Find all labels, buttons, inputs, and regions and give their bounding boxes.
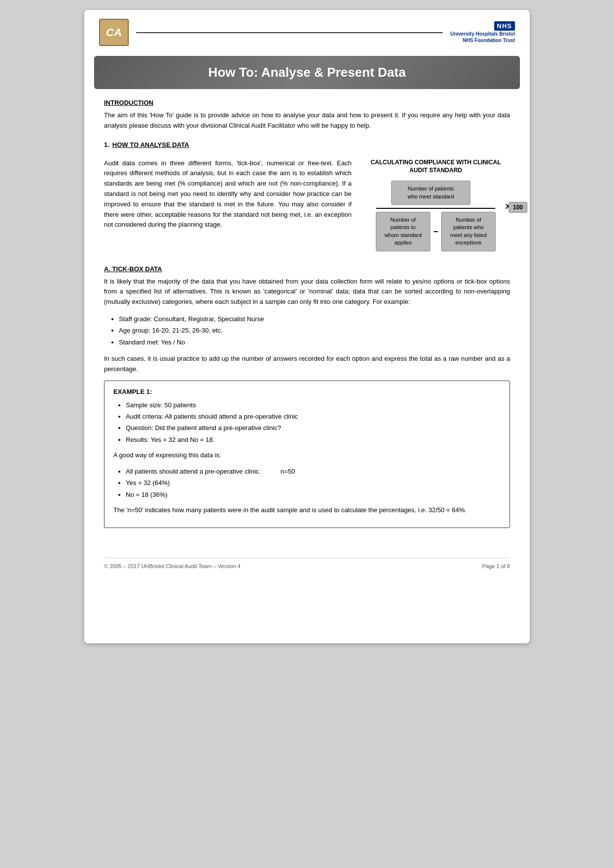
example1-footnote: The 'n=50' indicates how many patients w…: [113, 505, 501, 516]
list-item: Staff grade: Consultant, Registrar, Spec…: [119, 313, 510, 325]
page-title: How To: Analyse & Present Data: [109, 65, 505, 80]
list-item: Results: Yes = 32 and No = 18.: [126, 434, 501, 445]
example1-intro: A good way of expressing this data is:: [113, 450, 501, 461]
list-item: Age group: 16-20, 21-25, 26-30, etc.: [119, 325, 510, 336]
list-item: All patients should attend a pre-operati…: [126, 466, 501, 477]
diagram-title: CALCULATING COMPLIANCE WITH CLINICAL AUD…: [361, 158, 510, 175]
two-column-layout: Audit data comes in three different form…: [104, 158, 510, 255]
nhs-badge: NHS: [494, 21, 515, 31]
list-item: Question: Did the patient attend a pre-o…: [126, 422, 501, 434]
diagram-wrapper: Number of patients who meet standard X 1…: [376, 181, 495, 255]
denom-left-box: Number of patients to whom standard appl…: [376, 212, 430, 251]
result-item-0: All patients should attend a pre-operati…: [126, 466, 501, 477]
minus-sign: –: [433, 226, 438, 237]
list-item: Yes = 32 (64%): [126, 477, 501, 488]
intro-section: INTRODUCTION The aim of this 'How To' gu…: [104, 99, 510, 131]
section-a-heading: A. TICK-BOX DATA: [104, 265, 510, 273]
page: CA NHS University Hospitals Bristol NHS …: [84, 10, 530, 643]
result-text-0: All patients should attend a pre-operati…: [126, 466, 260, 477]
title-bar: How To: Analyse & Present Data: [94, 56, 520, 89]
hundred-box: 100: [509, 202, 527, 213]
divider-row: X 100: [376, 207, 495, 210]
section1-heading: HOW TO ANALYSE DATA: [112, 141, 189, 148]
footer-page: Page 1 of 8: [482, 563, 510, 569]
diagram-numerator: Number of patients who meet standard: [396, 181, 475, 205]
list-item: Standard met: Yes / No: [119, 337, 510, 348]
ca-logo: CA: [99, 19, 129, 46]
nhs-org: University Hospitals Bristol NHS Foundat…: [450, 31, 515, 44]
example1-results: All patients should attend a pre-operati…: [113, 466, 501, 500]
section-a-bullets: Staff grade: Consultant, Registrar, Spec…: [104, 313, 510, 348]
footer-copyright: © 2005 – 2017 UHBristol Clinical Audit T…: [104, 563, 241, 569]
section-a: A. TICK-BOX DATA It is likely that the m…: [104, 265, 510, 528]
diagram-fraction: Number of patients who meet standard X 1…: [376, 181, 495, 255]
example1-bullets: Sample size: 50 patients Audit criteria:…: [113, 399, 501, 446]
denom-right-box: Number of patients who meet any listed e…: [441, 212, 496, 251]
intro-text: The aim of this 'How To' guide is to pro…: [104, 110, 510, 131]
header-divider: [136, 32, 443, 33]
list-item: No = 18 (36%): [126, 489, 501, 500]
diagram-section: CALCULATING COMPLIANCE WITH CLINICAL AUD…: [361, 158, 510, 255]
section-a-para1: It is likely that the majority of the da…: [104, 277, 510, 307]
header: CA NHS University Hospitals Bristol NHS …: [84, 10, 530, 51]
nhs-logo: NHS University Hospitals Bristol NHS Fou…: [450, 21, 515, 44]
page-footer: © 2005 – 2017 UHBristol Clinical Audit T…: [104, 558, 510, 574]
section-a-para2: In such cases, it is usual practice to a…: [104, 354, 510, 375]
list-item: Audit criteria: All patients should atte…: [126, 411, 501, 422]
example1-box: EXAMPLE 1: Sample size: 50 patients Audi…: [104, 381, 510, 528]
n-value-0: n=50: [280, 466, 310, 477]
intro-heading: INTRODUCTION: [104, 99, 510, 106]
diagram-denominator: Number of patients to whom standard appl…: [376, 212, 496, 251]
fraction-line: [376, 208, 495, 209]
main-content: INTRODUCTION The aim of this 'How To' gu…: [84, 99, 530, 548]
section1-heading-row: 1. HOW TO ANALYSE DATA: [104, 141, 510, 153]
numerator-box: Number of patients who meet standard: [391, 181, 470, 205]
section1-text: Audit data comes in three different form…: [104, 158, 352, 255]
example1-title: EXAMPLE 1:: [113, 388, 501, 395]
list-item: Sample size: 50 patients: [126, 399, 501, 411]
section1-number: 1.: [104, 141, 109, 148]
